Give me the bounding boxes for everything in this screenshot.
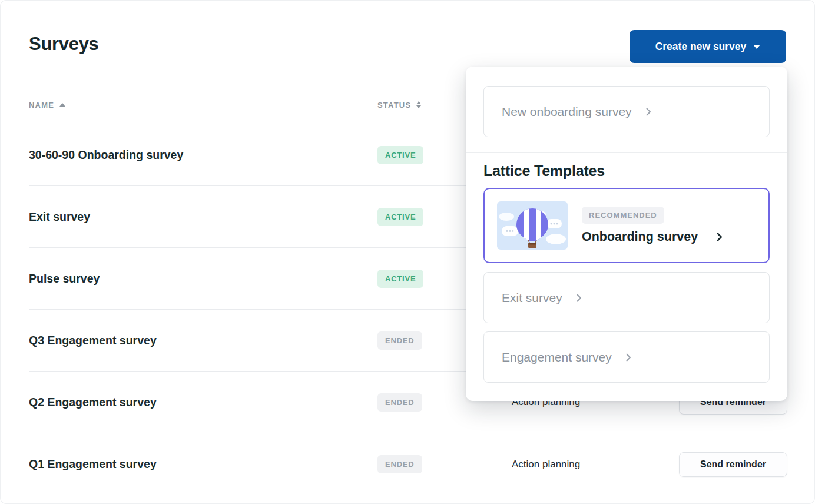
dropdown-divider bbox=[466, 152, 787, 153]
create-new-survey-label: Create new survey bbox=[655, 41, 747, 53]
status-badge: ACTIVE bbox=[377, 146, 423, 164]
chevron-right-icon bbox=[714, 232, 724, 242]
templates-section-title: Lattice Templates bbox=[483, 163, 770, 180]
create-survey-dropdown: New onboarding survey Lattice Templates bbox=[466, 67, 787, 401]
sort-ascending-icon bbox=[59, 103, 65, 107]
menu-item-engagement-survey[interactable]: Engagement survey bbox=[483, 331, 770, 383]
menu-item-label: Engagement survey bbox=[502, 350, 612, 364]
status-badge: ENDED bbox=[377, 455, 422, 473]
balloon-illustration bbox=[497, 201, 568, 250]
menu-item-label: Exit survey bbox=[502, 291, 562, 305]
chevron-right-icon bbox=[574, 293, 584, 303]
status-badge: ENDED bbox=[377, 331, 422, 350]
survey-name-link[interactable]: Exit survey bbox=[29, 210, 377, 224]
template-card-onboarding-survey[interactable]: RECOMMENDED Onboarding survey bbox=[483, 188, 770, 263]
speech-bubble-right bbox=[546, 219, 562, 228]
send-reminder-button[interactable]: Send reminder bbox=[679, 452, 787, 477]
survey-name-link[interactable]: 30-60-90 Onboarding survey bbox=[29, 148, 377, 162]
column-header-status-label: STATUS bbox=[377, 101, 411, 110]
column-header-name-label: NAME bbox=[29, 101, 54, 110]
status-badge: ACTIVE bbox=[377, 270, 423, 288]
survey-name-link[interactable]: Q2 Engagement survey bbox=[29, 396, 377, 409]
chevron-right-icon bbox=[644, 107, 653, 117]
survey-name-link[interactable]: Pulse survey bbox=[29, 272, 377, 286]
menu-item-new-onboarding-survey[interactable]: New onboarding survey bbox=[483, 86, 770, 137]
template-card-title: Onboarding survey bbox=[582, 230, 698, 244]
chevron-right-icon bbox=[624, 353, 633, 362]
page-title: Surveys bbox=[29, 34, 99, 55]
recommended-badge: RECOMMENDED bbox=[582, 207, 664, 224]
sort-both-icon bbox=[416, 101, 421, 108]
create-new-survey-button[interactable]: Create new survey bbox=[630, 30, 786, 63]
caret-down-icon bbox=[753, 45, 760, 49]
status-badge: ACTIVE bbox=[377, 208, 423, 226]
menu-item-label: New onboarding survey bbox=[502, 105, 632, 119]
phase-label: Action planning bbox=[512, 459, 679, 470]
speech-bubble-left bbox=[502, 226, 518, 236]
survey-name-link[interactable]: Q1 Engagement survey bbox=[29, 457, 377, 471]
status-badge: ENDED bbox=[377, 393, 422, 412]
menu-item-exit-survey[interactable]: Exit survey bbox=[483, 272, 770, 323]
column-header-name[interactable]: NAME bbox=[29, 101, 377, 110]
table-row: Q1 Engagement survey ENDED Action planni… bbox=[29, 433, 787, 495]
survey-name-link[interactable]: Q3 Engagement survey bbox=[29, 334, 377, 347]
